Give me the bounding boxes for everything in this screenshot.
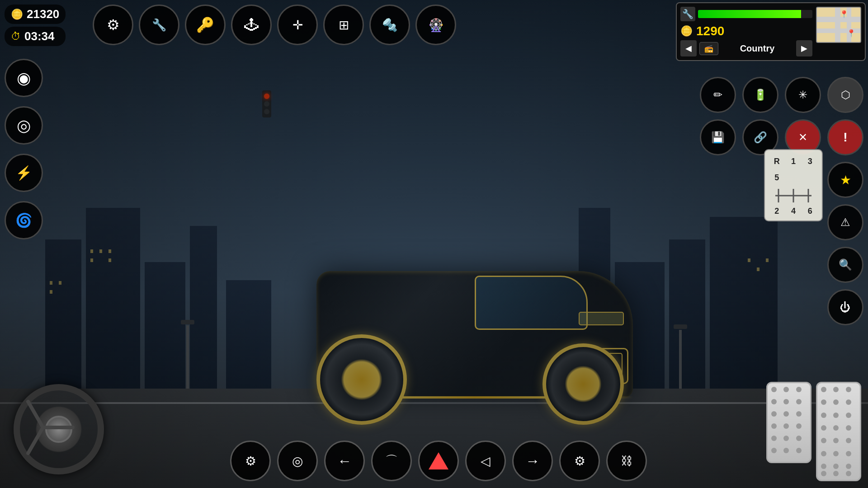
transmission-button[interactable]: ⊞ [323, 5, 364, 45]
headlight-button[interactable]: ◁ [465, 441, 506, 481]
chain-button[interactable]: ⛓ [606, 441, 647, 481]
tuning-button[interactable]: 🔧 [139, 5, 179, 45]
fan-button[interactable]: ✳ [785, 77, 821, 113]
gear-panel: R 1 3 5 2 4 6 [764, 149, 823, 221]
warning-button[interactable]: ⚠ [827, 204, 863, 240]
gear-4: 4 [786, 206, 801, 216]
gear-5: 5 [769, 171, 784, 185]
engine-button[interactable]: ⚙ [559, 441, 600, 481]
time-stat: ⏱ 03:34 [5, 27, 66, 46]
time-icon: ⏱ [11, 31, 21, 42]
wiper-button[interactable]: ⌒ [371, 441, 412, 481]
favorite-button[interactable]: ★ [827, 162, 863, 198]
right-row-1: ✏ 🔋 ✳ ⬡ [700, 77, 863, 113]
search-button[interactable]: 🔍 [827, 247, 863, 283]
nav-right-button[interactable]: ▶ [796, 40, 812, 56]
rim-button[interactable]: ◎ [5, 106, 43, 145]
power-button[interactable]: ⏻ [827, 289, 863, 325]
repair-button[interactable]: ✛ [277, 5, 318, 45]
nav-left-button[interactable]: ◀ [680, 40, 697, 56]
nav-row[interactable]: ◀ 📻 Country ▶ [680, 40, 812, 56]
turn-right-button[interactable]: → [512, 441, 553, 481]
fuel-bar [698, 10, 801, 18]
radio-display: 📻 [699, 42, 718, 55]
coin-display-value: 1290 [696, 24, 724, 38]
connector-button[interactable]: ⚡ [5, 154, 43, 192]
coin-display-icon: 🪙 [680, 25, 693, 37]
turbine-button[interactable]: 🌀 [5, 201, 43, 239]
gear-3: 3 [802, 155, 817, 169]
gear-R: R [769, 155, 784, 169]
map-player-icon: 📍 [847, 29, 856, 38]
brake-disc-button[interactable]: ◎ [277, 441, 318, 481]
steering-wheel[interactable] [14, 384, 104, 474]
mini-map: 📍 📍 [816, 7, 861, 43]
coins-icon: 🪙 [11, 9, 23, 20]
turn-left-button[interactable]: ← [324, 441, 365, 481]
hazard-button[interactable] [418, 441, 459, 481]
steering-center [45, 416, 72, 443]
coin-row: 🪙 1290 [680, 24, 812, 38]
battery-button[interactable]: 🔋 [742, 77, 778, 113]
alert-button[interactable]: ! [827, 119, 863, 155]
spark-button[interactable]: ✏ [700, 77, 736, 113]
time-value: 03:34 [24, 29, 55, 43]
radio-icon: 📻 [704, 44, 713, 53]
gear-2: 2 [769, 206, 784, 216]
traffic-light [262, 90, 271, 117]
gear-6: 6 [802, 206, 817, 216]
save-button[interactable]: 💾 [700, 119, 736, 155]
pedal-panel [766, 382, 861, 481]
location-label: Country [721, 43, 793, 54]
halfcut-button[interactable]: ⬡ [827, 77, 863, 113]
main-car [271, 199, 678, 434]
bottom-toolbar: ⚙ ◎ ← ⌒ ◁ → ⚙ ⛓ [127, 441, 750, 481]
joystick-button[interactable]: 🕹 [231, 5, 272, 45]
fuel-row: 🔧 [680, 7, 812, 21]
fuel-bar-container [698, 10, 812, 18]
top-toolbar: ⚙ 🔧 🔑 🕹 ✛ ⊞ 🔩 🎡 [93, 5, 456, 45]
gear-pattern [771, 187, 816, 205]
speedometer-button[interactable]: ◉ [5, 59, 43, 97]
settings-button[interactable]: ⚙ [93, 5, 133, 45]
gas-pedal[interactable] [816, 382, 861, 481]
keys-button[interactable]: 🔑 [185, 5, 226, 45]
wrench-icon: 🔧 [680, 7, 695, 21]
map-pin-icon: 📍 [840, 10, 849, 19]
hazard-triangle-icon [429, 452, 448, 469]
left-panel: ◉ ◎ ⚡ 🌀 [5, 59, 43, 239]
coins-value: 21320 [27, 7, 59, 21]
coins-stat: 🪙 21320 [5, 5, 66, 24]
brake-pedal[interactable] [766, 382, 811, 463]
gear-1: 1 [786, 155, 801, 169]
info-panel[interactable]: 🔧 🪙 1290 ◀ 📻 Country ▶ [676, 2, 866, 61]
bolt-button[interactable]: 🔩 [369, 5, 410, 45]
right-row-5: 🔍 [700, 247, 863, 283]
right-row-6: ⏻ [700, 289, 863, 325]
turbo-button[interactable]: ⚙ [230, 441, 271, 481]
wheel-button[interactable]: 🎡 [415, 5, 456, 45]
